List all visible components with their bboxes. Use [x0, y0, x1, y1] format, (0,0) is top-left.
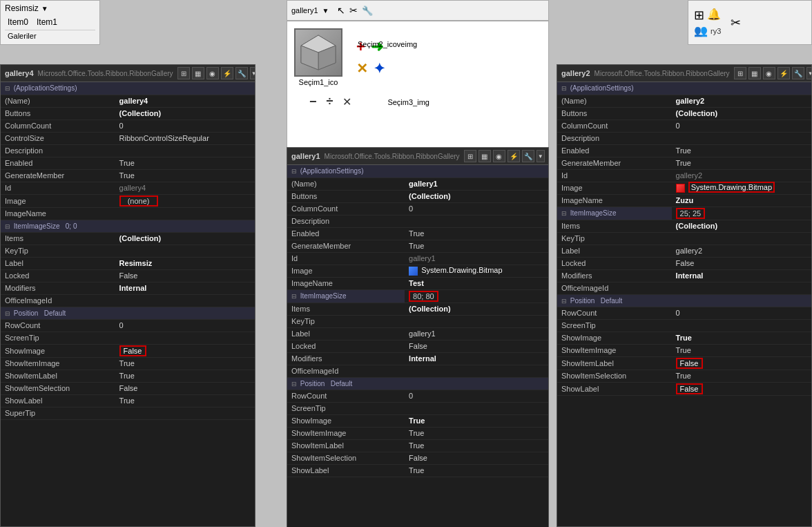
- table-row: ShowItemLabelTrue: [1, 370, 255, 382]
- table-row: LockedFalse: [557, 257, 811, 269]
- table-row: ShowItemImageTrue: [557, 344, 811, 356]
- showimage-false-value: False: [119, 345, 146, 356]
- table-row: Buttons(Collection): [557, 107, 811, 119]
- table-row: Description: [557, 132, 811, 144]
- image-row-r: Image System.Drawing.Bitmap: [557, 182, 811, 194]
- float-menu: Resimsiz ▼ Item0 Item1 Galeriler: [0, 0, 100, 45]
- dropdown-arrow-icon: ▼: [41, 5, 48, 12]
- showlabel-row: ShowLabel False: [557, 382, 811, 395]
- table-row: ScreenTip: [557, 319, 811, 332]
- panel-header-icons-center: ⊞ ▦ ◉ ⚡ 🔧 ▼: [464, 150, 545, 162]
- table-row: (Name)gallery4: [1, 95, 255, 107]
- itemimagesize-row: ⊟ ItemImageSize 80; 80: [287, 289, 548, 303]
- cube-icon: [294, 28, 342, 77]
- table-row: ScreenTip: [1, 332, 255, 344]
- table-row: OfficeImageId: [1, 294, 255, 307]
- icon-btn-4[interactable]: ⚡: [221, 67, 233, 79]
- table-row: ImageNameZuzu: [557, 194, 811, 207]
- image-value-right: System.Drawing.Bitmap: [688, 182, 775, 193]
- itemimagesize-value-center: 80; 80: [409, 291, 438, 302]
- image-icon-center: [409, 267, 418, 276]
- icon-btn-c5[interactable]: 🔧: [522, 150, 534, 162]
- table-row: ShowItemSelectionTrue: [557, 370, 811, 382]
- table-row: ImageName: [1, 207, 255, 220]
- gallery1-tab-label[interactable]: gallery1: [291, 6, 318, 15]
- menu-item-0[interactable]: Item0: [8, 17, 28, 27]
- table-row: ShowImageTrue: [287, 414, 548, 427]
- table-row: RowCount0: [557, 307, 811, 319]
- cube-group: Seçim1_ico: [294, 28, 342, 86]
- dropdown-btn-left[interactable]: ▼: [250, 67, 255, 79]
- icon-btn-2[interactable]: ▦: [192, 67, 204, 79]
- table-row: ShowLabelTrue: [1, 394, 255, 407]
- icon-btn-c1[interactable]: ⊞: [464, 150, 476, 162]
- float-menu-items: Item0 Item1: [5, 16, 95, 28]
- cursor-icon: ↖: [337, 5, 345, 16]
- table-row: ControlSizeRibbonControlSizeRegular: [1, 132, 255, 144]
- icon-btn-r4[interactable]: ⚡: [777, 67, 790, 79]
- table-row: Idgallery2: [557, 169, 811, 182]
- table-row: RowCount0: [1, 319, 255, 332]
- icon-btn-r1[interactable]: ⊞: [734, 67, 746, 79]
- icon-btn-r2[interactable]: ▦: [748, 67, 761, 79]
- user-label: ry3: [710, 27, 721, 35]
- table-row: ⊟ (ApplicationSettings): [1, 82, 255, 95]
- table-row: Idgallery4: [1, 182, 255, 194]
- table-row: LockedFalse: [1, 269, 255, 282]
- prop-scroll-center[interactable]: ⊟ (ApplicationSettings) (Name)gallery1 B…: [287, 165, 548, 511]
- prop-panel-left: gallery4 Microsoft.Office.Tools.Ribbon.R…: [0, 64, 255, 527]
- people-icon[interactable]: 👥: [694, 24, 708, 37]
- table-row: ModifiersInternal: [287, 352, 548, 365]
- scissors-icon-right[interactable]: ✂: [731, 15, 741, 30]
- icon-btn-c2[interactable]: ▦: [478, 150, 491, 162]
- dropdown-btn-center[interactable]: ▼: [536, 150, 545, 162]
- minus-icon: −: [309, 95, 317, 109]
- scissors-icon[interactable]: ✂: [349, 5, 358, 16]
- icon-btn-r5[interactable]: 🔧: [792, 67, 804, 79]
- cross2-icon: ✕: [342, 95, 351, 108]
- prop-scroll-right[interactable]: ⊟ (ApplicationSettings) (Name)gallery2 B…: [557, 82, 811, 508]
- icon-btn-c3[interactable]: ◉: [493, 150, 505, 162]
- table-row: ShowItemSelectionFalse: [287, 452, 548, 464]
- showimage-row: ShowImage False: [1, 344, 255, 357]
- table-row: Idgallery1: [287, 252, 548, 265]
- table-row: Buttons(Collection): [1, 107, 255, 119]
- dropdown-btn-right[interactable]: ▼: [806, 67, 812, 79]
- itemimagesize-value-right: 25; 25: [676, 208, 706, 219]
- table-row: ShowItemLabelTrue: [287, 439, 548, 452]
- panel-header-right: gallery2 Microsoft.Office.Tools.Ribbon.R…: [557, 65, 811, 82]
- bell-icon[interactable]: 🔔: [707, 8, 721, 23]
- panel-title-right: gallery2: [561, 69, 590, 77]
- table-row: RowCount0: [287, 390, 548, 402]
- wrench-icon[interactable]: 🔧: [362, 6, 373, 16]
- table-row: (Name)gallery2: [557, 95, 811, 107]
- icon-btn-1[interactable]: ⊞: [177, 67, 190, 79]
- prop-panel-right: gallery2 Microsoft.Office.Tools.Ribbon.R…: [557, 64, 812, 527]
- panel-header-left: gallery4 Microsoft.Office.Tools.Ribbon.R…: [1, 65, 255, 82]
- table-row: OfficeImageId: [557, 282, 811, 294]
- menu-item-1[interactable]: Item1: [37, 17, 57, 27]
- prop-scroll-left[interactable]: ⊟ (ApplicationSettings) (Name)gallery4 B…: [1, 82, 255, 508]
- float-menu-title[interactable]: Resimsiz ▼: [5, 3, 95, 13]
- table-row: ⊟ ItemImageSize 0; 0: [1, 220, 255, 232]
- prop-table-center: ⊟ (ApplicationSettings) (Name)gallery1 B…: [287, 165, 548, 477]
- image-icon-right: [676, 184, 685, 193]
- table-row: ⊟ (ApplicationSettings): [557, 82, 811, 95]
- table-row: GenerateMemberTrue: [1, 169, 255, 182]
- table-row: Items(Collection): [287, 303, 548, 315]
- table-row: Description: [1, 144, 255, 157]
- cross-icon: ✕: [356, 60, 368, 77]
- grid-icon[interactable]: ⊞: [694, 8, 704, 23]
- prop-panel-center: gallery1 Microsoft.Office.Tools.Ribbon.R…: [287, 147, 549, 527]
- table-row: ⊟ Position Default: [1, 307, 255, 319]
- table-row: (Name)gallery1: [287, 178, 548, 190]
- table-row: SuperTip: [1, 407, 255, 419]
- icon-btn-5[interactable]: 🔧: [235, 67, 248, 79]
- table-row: OfficeImageId: [287, 365, 548, 377]
- icon-btn-3[interactable]: ◉: [206, 67, 219, 79]
- diamond-icon: ✦: [374, 60, 385, 77]
- icon-btn-r3[interactable]: ◉: [763, 67, 775, 79]
- icon-btn-c4[interactable]: ⚡: [508, 150, 520, 162]
- table-row: GenerateMemberTrue: [557, 157, 811, 169]
- prop-table-right: ⊟ (ApplicationSettings) (Name)gallery2 B…: [557, 82, 811, 396]
